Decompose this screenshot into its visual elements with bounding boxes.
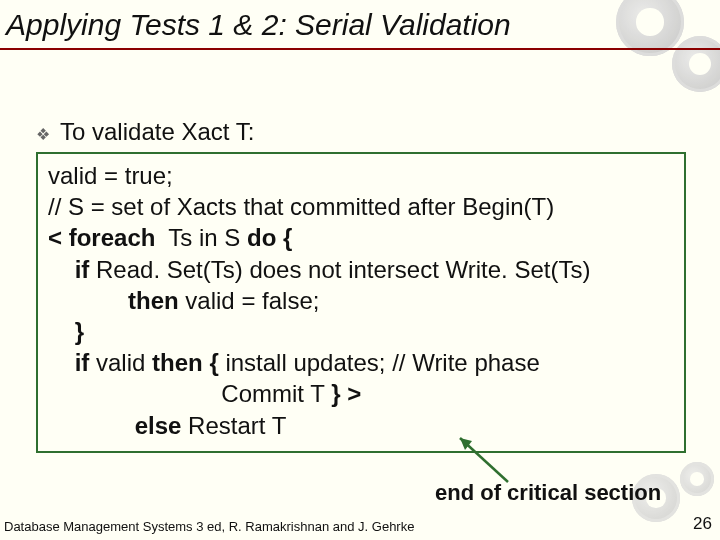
code-line: if valid then { install updates; // Writ… [48,347,674,378]
code-line: then valid = false; [48,285,674,316]
indent [48,318,75,345]
critical-section-label: end of critical section [435,480,661,506]
algorithm-box: valid = true; // S = set of Xacts that c… [36,152,686,453]
code-line: if Read. Set(Ts) does not intersect Writ… [48,254,674,285]
kw-if: if [75,256,90,283]
kw-do: do { [247,224,292,251]
code-text: Commit T [48,380,331,407]
gear-decoration [672,36,720,92]
content-area: ❖ To validate Xact T: valid = true; // S… [36,118,686,453]
kw-if: if [75,349,90,376]
code-line: } [48,316,674,347]
gear-decoration [680,462,714,496]
code-line: // S = set of Xacts that committed after… [48,191,674,222]
kw-then: then [128,287,179,314]
code-line: valid = true; [48,160,674,191]
code-text: Ts in S [155,224,247,251]
code-line: else Restart T [48,410,674,441]
code-text: install updates; // Write phase [219,349,540,376]
kw-foreach: foreach [69,224,156,251]
indent [48,256,75,283]
code-text: valid = false; [179,287,320,314]
slide-number: 26 [693,514,712,534]
bullet-text: To validate Xact T: [60,118,254,146]
bullet-item: ❖ To validate Xact T: [36,118,686,146]
footer-attribution: Database Management Systems 3 ed, R. Ram… [4,519,414,534]
code-text: valid [89,349,152,376]
kw-brace: } [75,318,84,345]
code-text: Read. Set(Ts) does not intersect Write. … [89,256,590,283]
kw-else: else [135,412,182,439]
critical-open: < [48,224,62,251]
kw-then: then { [152,349,219,376]
critical-close: } > [331,380,361,407]
code-line: Commit T } > [48,378,674,409]
indent [48,412,135,439]
code-line: < foreach Ts in S do { [48,222,674,253]
indent [48,287,128,314]
code-text: Restart T [181,412,286,439]
bullet-icon: ❖ [36,125,50,144]
title-underline [0,48,720,50]
slide-title: Applying Tests 1 & 2: Serial Validation [0,0,720,42]
indent [48,349,75,376]
